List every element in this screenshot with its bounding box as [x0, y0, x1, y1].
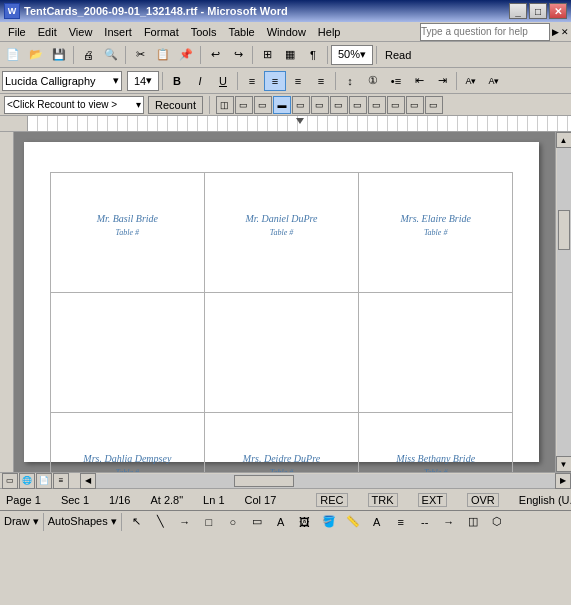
- menu-view[interactable]: View: [63, 24, 99, 40]
- recount-icon-2[interactable]: ▭: [235, 96, 253, 114]
- help-close-icon[interactable]: ✕: [561, 27, 569, 37]
- table-insert-button[interactable]: ⊞: [256, 45, 278, 65]
- read-button[interactable]: Read: [380, 45, 416, 65]
- numbering-button[interactable]: ①: [362, 71, 384, 91]
- document-scroll-area[interactable]: Mr. Basil Bride Table # Mr. Daniel DuPre…: [14, 132, 555, 472]
- horizontal-scrollbar[interactable]: ▭ 🌐 📄 ≡ ◀ ▶: [0, 472, 571, 488]
- oval-tool[interactable]: ○: [222, 512, 244, 532]
- font-color-draw-tool[interactable]: A: [366, 512, 388, 532]
- help-search-input[interactable]: [420, 23, 550, 41]
- draw-menu[interactable]: Draw ▾: [4, 515, 39, 528]
- window-controls[interactable]: _ □ ✕: [509, 3, 567, 19]
- maximize-button[interactable]: □: [529, 3, 547, 19]
- paste-button[interactable]: 📌: [175, 45, 197, 65]
- web-view-button[interactable]: 🌐: [19, 473, 35, 489]
- line-tool[interactable]: ╲: [150, 512, 172, 532]
- vertical-ruler: [0, 132, 14, 472]
- align-center-button[interactable]: ≡: [264, 71, 286, 91]
- cut-button[interactable]: ✂: [129, 45, 151, 65]
- autoshapes-menu[interactable]: AutoShapes ▾: [48, 515, 117, 528]
- save-button[interactable]: 💾: [48, 45, 70, 65]
- recount-icon-9[interactable]: ▭: [368, 96, 386, 114]
- print-view-button[interactable]: 📄: [36, 473, 52, 489]
- recount-icon-1[interactable]: ◫: [216, 96, 234, 114]
- recount-icon-12[interactable]: ▭: [425, 96, 443, 114]
- recount-icon-7[interactable]: ▭: [330, 96, 348, 114]
- print-button[interactable]: 🖨: [77, 45, 99, 65]
- font-name-arrow[interactable]: ▾: [113, 74, 119, 87]
- view-buttons: ▭ 🌐 📄 ≡: [0, 473, 80, 489]
- recount-dropdown[interactable]: <Click Recount to view > ▾: [4, 96, 144, 114]
- underline-button[interactable]: U: [212, 71, 234, 91]
- menu-edit[interactable]: Edit: [32, 24, 63, 40]
- open-button[interactable]: 📂: [25, 45, 47, 65]
- increase-indent-button[interactable]: ⇥: [431, 71, 453, 91]
- outline-view-button[interactable]: ≡: [53, 473, 69, 489]
- pointer-tool[interactable]: ↖: [126, 512, 148, 532]
- close-button[interactable]: ✕: [549, 3, 567, 19]
- menu-table[interactable]: Table: [222, 24, 260, 40]
- redo-button[interactable]: ↪: [227, 45, 249, 65]
- zoom-box[interactable]: 50%▾: [331, 45, 373, 65]
- fill-color-tool[interactable]: 🪣: [318, 512, 340, 532]
- line-color-tool[interactable]: 📏: [342, 512, 364, 532]
- minimize-button[interactable]: _: [509, 3, 527, 19]
- recount-icon-6[interactable]: ▭: [311, 96, 329, 114]
- menu-format[interactable]: Format: [138, 24, 185, 40]
- scroll-left-button[interactable]: ◀: [80, 473, 96, 489]
- wordart-tool[interactable]: A: [270, 512, 292, 532]
- help-search-btn[interactable]: ▶: [552, 27, 559, 37]
- recount-icon-8[interactable]: ▭: [349, 96, 367, 114]
- font-size-dropdown[interactable]: 14 ▾: [127, 71, 159, 91]
- line-style-tool[interactable]: ≡: [390, 512, 412, 532]
- menu-insert[interactable]: Insert: [98, 24, 138, 40]
- menu-window[interactable]: Window: [261, 24, 312, 40]
- vertical-scrollbar[interactable]: ▲ ▼: [555, 132, 571, 472]
- scroll-track[interactable]: [557, 148, 571, 456]
- clipart-tool[interactable]: 🖼: [294, 512, 316, 532]
- font-name-dropdown[interactable]: Lucida Calligraphy ▾: [2, 71, 122, 91]
- align-right-button[interactable]: ≡: [287, 71, 309, 91]
- menu-tools[interactable]: Tools: [185, 24, 223, 40]
- scroll-right-button[interactable]: ▶: [555, 473, 571, 489]
- highlight-button[interactable]: A▾: [460, 71, 482, 91]
- arrow-tool[interactable]: →: [174, 512, 196, 532]
- decrease-indent-button[interactable]: ⇤: [408, 71, 430, 91]
- align-left-button[interactable]: ≡: [241, 71, 263, 91]
- recount-icon-11[interactable]: ▭: [406, 96, 424, 114]
- recount-icon-10[interactable]: ▭: [387, 96, 405, 114]
- sep-align: [237, 72, 238, 90]
- pilcrow-button[interactable]: ¶: [302, 45, 324, 65]
- bold-button[interactable]: B: [166, 71, 188, 91]
- preview-button[interactable]: 🔍: [100, 45, 122, 65]
- recount-icon-4[interactable]: ▬: [273, 96, 291, 114]
- menu-file[interactable]: File: [2, 24, 32, 40]
- h-scroll-track[interactable]: [96, 474, 555, 488]
- justify-button[interactable]: ≡: [310, 71, 332, 91]
- arrow-style-tool[interactable]: →: [438, 512, 460, 532]
- columns-button[interactable]: ▦: [279, 45, 301, 65]
- recount-icon-5[interactable]: ▭: [292, 96, 310, 114]
- menu-help[interactable]: Help: [312, 24, 347, 40]
- recount-button[interactable]: Recount: [148, 96, 203, 114]
- copy-button[interactable]: 📋: [152, 45, 174, 65]
- 3d-tool[interactable]: ⬡: [486, 512, 508, 532]
- line-spacing-button[interactable]: ↕: [339, 71, 361, 91]
- scroll-thumb[interactable]: [558, 210, 570, 250]
- h-scroll-thumb[interactable]: [234, 475, 294, 487]
- italic-button[interactable]: I: [189, 71, 211, 91]
- new-button[interactable]: 📄: [2, 45, 24, 65]
- scroll-down-button[interactable]: ▼: [556, 456, 572, 472]
- textbox-tool[interactable]: ▭: [246, 512, 268, 532]
- font-size-arrow[interactable]: ▾: [146, 74, 152, 87]
- dash-style-tool[interactable]: --: [414, 512, 436, 532]
- undo-button[interactable]: ↩: [204, 45, 226, 65]
- scroll-up-button[interactable]: ▲: [556, 132, 572, 148]
- shadow-tool[interactable]: ◫: [462, 512, 484, 532]
- bullets-button[interactable]: •≡: [385, 71, 407, 91]
- rect-tool[interactable]: □: [198, 512, 220, 532]
- font-color-button[interactable]: A▾: [483, 71, 505, 91]
- normal-view-button[interactable]: ▭: [2, 473, 18, 489]
- recount-dropdown-arrow[interactable]: ▾: [136, 99, 141, 110]
- recount-icon-3[interactable]: ▭: [254, 96, 272, 114]
